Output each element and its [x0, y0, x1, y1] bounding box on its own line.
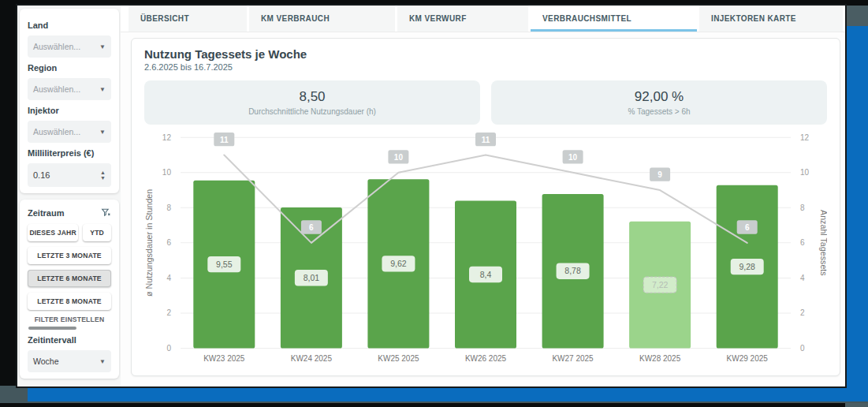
- zeitraum-label: Zeitraum: [28, 208, 64, 218]
- svg-text:KW29 2025: KW29 2025: [727, 354, 769, 363]
- zeitraum-button-dieses-jahr[interactable]: DIESES JAHR: [28, 224, 78, 241]
- injektor-select-placeholder: Auswählen...: [33, 127, 80, 136]
- milliliterpreis-label: Milliliterpreis (€): [28, 148, 111, 158]
- date-range: 2.6.2025 bis 16.7.2025: [144, 62, 827, 72]
- zeitraum-button-letzte-6-monate[interactable]: LETZTE 6 MONATE: [28, 270, 111, 287]
- filter-clear-icon[interactable]: [101, 207, 111, 218]
- svg-text:8: 8: [800, 204, 805, 212]
- svg-text:10: 10: [800, 168, 809, 177]
- svg-text:0: 0: [800, 344, 805, 353]
- tab-bar: ÜBERSICHT KM VERBRAUCH KM VERWURF VERBRA…: [121, 6, 845, 32]
- svg-text:4: 4: [166, 274, 171, 282]
- bar-line-chart: 002244668810101212ø Nutzungsdauer in Stu…: [144, 128, 827, 369]
- chevron-down-icon: ▼: [99, 129, 106, 136]
- kpi-pct-tagessets: 92,00 % % Tagessets > 6h: [491, 80, 827, 125]
- svg-text:6: 6: [800, 238, 805, 247]
- content-area: Nutzung Tagessets je Woche 2.6.2025 bis …: [121, 32, 845, 386]
- milliliterpreis-value: 0.16: [33, 170, 50, 180]
- svg-text:KW24 2025: KW24 2025: [291, 354, 333, 363]
- svg-text:11: 11: [220, 136, 229, 144]
- svg-text:KW23 2025: KW23 2025: [203, 354, 245, 363]
- chevron-down-icon: ▼: [99, 358, 106, 365]
- kpi-avg-usage: 8,50 Durchschnittliche Nutzungsdauer (h): [144, 80, 480, 125]
- land-select-placeholder: Auswählen...: [33, 42, 80, 51]
- milliliterpreis-input[interactable]: 0.16 ▲ ▼: [28, 163, 111, 187]
- filter-card: Land Auswählen... ▼ Region Auswählen... …: [20, 9, 119, 193]
- svg-text:7,22: 7,22: [652, 280, 669, 289]
- main-area: ÜBERSICHT KM VERBRAUCH KM VERWURF VERBRA…: [121, 6, 845, 386]
- svg-text:6: 6: [166, 238, 171, 247]
- svg-text:8,78: 8,78: [564, 266, 581, 275]
- zeitraum-button-filter-einstellen[interactable]: FILTER EINSTELLEN: [28, 316, 111, 326]
- zeitraum-button-ytd[interactable]: YTD: [83, 224, 111, 241]
- tab-km-verbrauch[interactable]: KM VERBRAUCH: [249, 6, 395, 32]
- land-label: Land: [28, 21, 111, 30]
- region-select-placeholder: Auswählen...: [33, 84, 80, 94]
- svg-text:10: 10: [394, 153, 403, 162]
- zeitraum-button-letzte-8-monate[interactable]: LETZTE 8 MONATE: [28, 293, 111, 310]
- usage-chart: 002244668810101212ø Nutzungsdauer in Stu…: [144, 128, 827, 369]
- tab-km-verwurf[interactable]: KM VERWURF: [397, 6, 528, 32]
- region-label: Region: [28, 63, 111, 73]
- svg-text:6: 6: [745, 223, 750, 232]
- svg-text:KW28 2025: KW28 2025: [639, 354, 681, 363]
- chevron-down-icon: ▼: [99, 43, 106, 50]
- region-select[interactable]: Auswählen... ▼: [28, 78, 111, 100]
- app-window: Land Auswählen... ▼ Region Auswählen... …: [17, 6, 845, 386]
- zeitintervall-value: Woche: [33, 357, 59, 366]
- svg-text:KW27 2025: KW27 2025: [552, 354, 594, 363]
- tab-uebersicht[interactable]: ÜBERSICHT: [129, 6, 247, 32]
- desktop-background: Land Auswählen... ▼ Region Auswählen... …: [0, 0, 868, 407]
- tab-injektoren-karte[interactable]: INJEKTOREN KARTE: [699, 6, 843, 32]
- svg-text:11: 11: [482, 136, 490, 144]
- svg-text:9: 9: [658, 170, 662, 179]
- injektor-select[interactable]: Auswählen... ▼: [28, 121, 111, 143]
- number-stepper[interactable]: ▲ ▼: [100, 170, 106, 181]
- svg-text:0: 0: [166, 344, 171, 353]
- chart-panel: Nutzung Tagessets je Woche 2.6.2025 bis …: [131, 38, 840, 376]
- svg-text:2: 2: [800, 308, 805, 317]
- svg-text:8,4: 8,4: [480, 269, 492, 278]
- svg-text:10: 10: [162, 168, 171, 177]
- svg-text:8: 8: [166, 204, 171, 212]
- svg-text:2: 2: [166, 308, 171, 317]
- svg-text:ø Nutzungsdauer in Stunden: ø Nutzungsdauer in Stunden: [144, 189, 154, 297]
- tab-verbrauchsmittel[interactable]: VERBRAUCHSMITTEL: [531, 6, 697, 32]
- kpi-avg-usage-label: Durchschnittliche Nutzungsdauer (h): [248, 107, 376, 116]
- svg-text:4: 4: [800, 274, 805, 282]
- chevron-down-icon: ▼: [99, 86, 106, 93]
- kpi-pct-tagessets-value: 92,00 %: [635, 89, 684, 105]
- kpi-pct-tagessets-label: % Tagessets > 6h: [628, 107, 690, 116]
- svg-text:9,28: 9,28: [739, 262, 756, 271]
- horizontal-scrollbar[interactable]: [28, 327, 76, 330]
- svg-text:12: 12: [162, 133, 171, 142]
- injektor-label: Injektor: [28, 106, 111, 115]
- svg-text:9,55: 9,55: [216, 260, 233, 269]
- zeitraum-card: Zeitraum DIESES JAHR YTD LETZTE 3 MONATE…: [20, 200, 119, 379]
- svg-text:8,01: 8,01: [304, 273, 320, 282]
- svg-text:KW26 2025: KW26 2025: [465, 354, 507, 363]
- stepper-up-icon[interactable]: ▲: [100, 170, 106, 175]
- kpi-row: 8,50 Durchschnittliche Nutzungsdauer (h)…: [144, 80, 827, 125]
- kpi-avg-usage-value: 8,50: [299, 89, 325, 105]
- svg-text:9,62: 9,62: [390, 259, 407, 268]
- filter-sidebar: Land Auswählen... ▼ Region Auswählen... …: [17, 6, 121, 386]
- svg-text:Anzahl Tagessets: Anzahl Tagessets: [819, 210, 827, 276]
- zeitraum-button-letzte-3-monate[interactable]: LETZTE 3 MONATE: [28, 247, 111, 264]
- svg-text:KW25 2025: KW25 2025: [378, 354, 419, 363]
- zeitintervall-select[interactable]: Woche ▼: [28, 350, 111, 372]
- page-title: Nutzung Tagessets je Woche: [144, 47, 827, 61]
- stepper-down-icon[interactable]: ▼: [100, 175, 106, 181]
- land-select[interactable]: Auswählen... ▼: [28, 35, 111, 58]
- svg-text:10: 10: [568, 153, 577, 162]
- svg-text:6: 6: [309, 223, 314, 232]
- zeitintervall-label: Zeitintervall: [28, 335, 111, 345]
- svg-text:12: 12: [800, 133, 809, 142]
